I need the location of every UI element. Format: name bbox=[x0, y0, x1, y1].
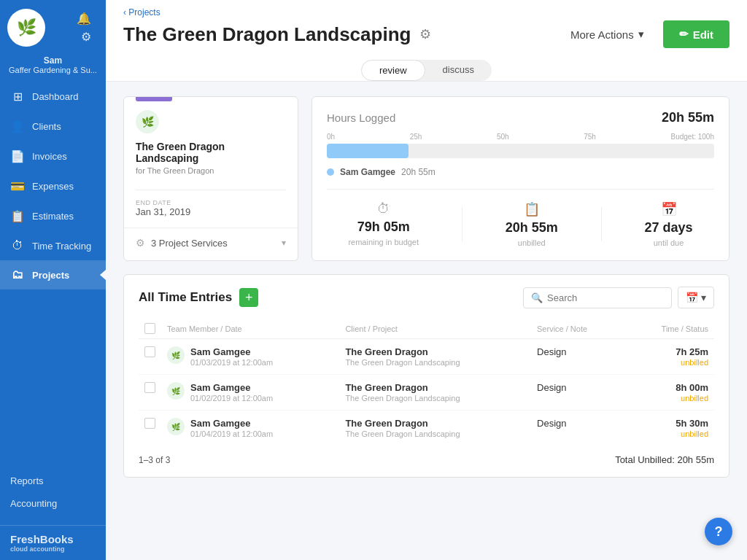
row-member-date-2: 🌿 Sam Gamgee 01/04/2019 at 12:00am bbox=[161, 411, 339, 446]
row-status-0: unbilled bbox=[631, 358, 708, 367]
edit-icon: ✏ bbox=[679, 28, 689, 41]
clients-icon: 👤 bbox=[10, 120, 25, 133]
sidebar-header: 🌿 🔔 ⚙ bbox=[0, 0, 106, 52]
stat-divider-2 bbox=[601, 207, 602, 241]
stat-due: 📅 27 days until due bbox=[644, 201, 692, 247]
dashboard-icon: ⊞ bbox=[10, 90, 25, 104]
content-area: 🌿 The Green Dragon Landscaping for The G… bbox=[106, 82, 747, 560]
breadcrumb[interactable]: ‹ Projects bbox=[123, 7, 729, 18]
settings-icon[interactable]: ⚙ bbox=[81, 30, 91, 44]
row-member-date-val-0: 01/03/2019 at 12:00am bbox=[190, 358, 273, 367]
add-time-entry-button[interactable]: + bbox=[239, 288, 258, 307]
row-client-project-2: The Green Dragon The Green Dragon Landsc… bbox=[339, 411, 531, 446]
sidebar-item-invoices[interactable]: 📄 Invoices bbox=[0, 141, 106, 171]
top-section: 🌿 The Green Dragon Landscaping for The G… bbox=[123, 96, 729, 261]
search-icon: 🔍 bbox=[531, 292, 543, 303]
stat-divider-1 bbox=[462, 207, 462, 241]
tab-review[interactable]: review bbox=[361, 60, 425, 81]
row-checkbox-cell bbox=[139, 411, 161, 446]
projects-icon: 🗂 bbox=[10, 268, 25, 281]
calendar-chevron-icon: ▾ bbox=[701, 292, 706, 303]
select-all-checkbox[interactable] bbox=[144, 323, 155, 334]
logo: 🌿 bbox=[7, 9, 45, 47]
tab-discuss[interactable]: discuss bbox=[425, 60, 492, 81]
row-member-date-val-2: 01/04/2019 at 12:00am bbox=[190, 429, 273, 438]
stat-unbilled-label: unbilled bbox=[518, 238, 546, 247]
row-member-name-0: Sam Gamgee bbox=[190, 346, 273, 357]
entries-body: 🌿 Sam Gamgee 01/03/2019 at 12:00am The G… bbox=[139, 339, 714, 446]
edit-button[interactable]: ✏ Edit bbox=[663, 20, 729, 48]
row-client-name-1: The Green Dragon bbox=[345, 382, 525, 393]
row-member-name-1: Sam Gamgee bbox=[190, 382, 273, 393]
table-row: 🌿 Sam Gamgee 01/04/2019 at 12:00am The G… bbox=[139, 411, 714, 446]
row-service-1: Design bbox=[531, 375, 625, 411]
due-icon: 📅 bbox=[661, 201, 677, 217]
hours-logged-section: Hours Logged 20h 55m 0h 25h 50h 75h Budg… bbox=[311, 96, 729, 261]
project-card: 🌿 The Green Dragon Landscaping for The G… bbox=[123, 96, 298, 261]
row-time-status-0: 7h 25m unbilled bbox=[625, 339, 714, 375]
team-member-row: Sam Gamgee 20h 55m bbox=[327, 167, 714, 177]
row-member-date-0: 🌿 Sam Gamgee 01/03/2019 at 12:00am bbox=[161, 339, 339, 375]
sidebar-item-time-tracking[interactable]: ⏱ Time Tracking bbox=[0, 231, 106, 260]
header-row: The Green Dragon Landscaping ⚙ More Acti… bbox=[123, 20, 729, 55]
project-settings-icon[interactable]: ⚙ bbox=[419, 26, 431, 42]
services-icon: ⚙ bbox=[136, 237, 145, 249]
calendar-filter-button[interactable]: 📅 ▾ bbox=[678, 287, 714, 308]
row-status-2: unbilled bbox=[631, 429, 708, 438]
row-checkbox-1[interactable] bbox=[144, 382, 155, 393]
time-entries-section: All Time Entries + 🔍 📅 ▾ bbox=[123, 274, 729, 478]
th-time-status: Time / Status bbox=[625, 319, 714, 339]
sidebar-item-projects[interactable]: 🗂 Projects bbox=[0, 260, 106, 289]
sidebar-item-accounting[interactable]: Accounting bbox=[10, 494, 96, 513]
project-services-row[interactable]: ⚙ 3 Project Services ▾ bbox=[124, 228, 298, 257]
freshbooks-brand: FreshBooks bbox=[10, 533, 96, 545]
row-time-0: 7h 25m bbox=[631, 346, 708, 357]
row-service-name-1: Design bbox=[537, 382, 566, 393]
user-company: Gaffer Gardening & Su... bbox=[6, 66, 100, 74]
row-member-date-val-1: 01/02/2019 at 12:00am bbox=[190, 394, 273, 402]
row-client-project-val-0: The Green Dragon Landscaping bbox=[345, 358, 525, 367]
row-checkbox-0[interactable] bbox=[144, 346, 155, 357]
total-unbilled-label: Total Unbilled: 20h 55m bbox=[615, 454, 714, 465]
search-group: 🔍 📅 ▾ bbox=[523, 287, 714, 308]
tab-pill: review discuss bbox=[361, 60, 492, 81]
project-services-label: 3 Project Services bbox=[151, 238, 228, 249]
stat-remaining-label: remaining in budget bbox=[348, 238, 419, 246]
row-checkbox-2[interactable] bbox=[144, 418, 155, 429]
sidebar-item-expenses[interactable]: 💳 Expenses bbox=[0, 171, 106, 201]
project-card-name: The Green Dragon Landscaping bbox=[136, 141, 286, 164]
table-header: Team Member / Date Client / Project Serv… bbox=[139, 319, 714, 339]
sidebar-item-label: Invoices bbox=[32, 151, 67, 162]
stat-remaining-value: 79h 05m bbox=[357, 219, 410, 235]
project-card-for: for The Green Dragon bbox=[136, 166, 286, 175]
sidebar-item-estimates[interactable]: 📋 Estimates bbox=[0, 201, 106, 231]
unbilled-icon: 📋 bbox=[524, 201, 540, 217]
time-tracking-icon: ⏱ bbox=[10, 239, 25, 252]
sidebar-item-clients[interactable]: 👤 Clients bbox=[0, 112, 106, 141]
expenses-icon: 💳 bbox=[10, 179, 25, 193]
more-actions-button[interactable]: More Actions ▾ bbox=[560, 22, 654, 47]
sidebar-item-label: Clients bbox=[32, 121, 61, 132]
hours-header: Hours Logged 20h 55m bbox=[327, 110, 714, 125]
notifications-icon[interactable]: 🔔 bbox=[77, 12, 91, 26]
project-card-inner: 🌿 The Green Dragon Landscaping for The G… bbox=[124, 97, 298, 228]
row-client-project-0: The Green Dragon The Green Dragon Landsc… bbox=[339, 339, 531, 375]
help-button[interactable]: ? bbox=[705, 518, 732, 545]
freshbooks-sub: cloud accounting bbox=[10, 545, 96, 553]
sidebar-item-dashboard[interactable]: ⊞ Dashboard bbox=[0, 82, 106, 112]
member-dot bbox=[327, 168, 334, 176]
stat-unbilled: 📋 20h 55m unbilled bbox=[506, 201, 558, 247]
main-content: ‹ Projects The Green Dragon Landscaping … bbox=[106, 0, 747, 560]
progress-label-25h: 25h bbox=[410, 133, 422, 141]
sidebar-item-reports[interactable]: Reports bbox=[10, 471, 96, 491]
entries-footer: 1–3 of 3 Total Unbilled: 20h 55m bbox=[139, 454, 714, 465]
sidebar-nav: ⊞ Dashboard 👤 Clients 📄 Invoices 💳 Expen… bbox=[0, 82, 106, 464]
budget-label: Budget: 100h bbox=[671, 133, 715, 141]
th-member-date: Team Member / Date bbox=[161, 319, 339, 339]
estimates-icon: 📋 bbox=[10, 209, 25, 223]
project-avatar: 🌿 bbox=[136, 110, 159, 133]
row-member-name-2: Sam Gamgee bbox=[190, 418, 273, 429]
search-input[interactable] bbox=[547, 292, 664, 303]
header-actions: More Actions ▾ ✏ Edit bbox=[560, 20, 729, 48]
search-box: 🔍 bbox=[523, 287, 672, 308]
